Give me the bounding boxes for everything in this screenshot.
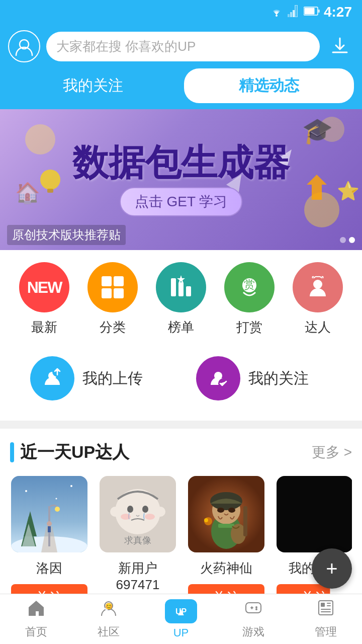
svg-point-52	[121, 514, 131, 520]
download-button[interactable]	[326, 32, 354, 60]
master-avatar-3	[277, 476, 352, 552]
svg-rect-17	[312, 185, 322, 200]
ranking-icon	[156, 262, 206, 312]
user-avatar-button[interactable]	[8, 30, 40, 62]
follow-icon	[196, 356, 240, 400]
svg-rect-78	[321, 603, 325, 607]
svg-text:UP: UP	[175, 607, 187, 616]
svg-point-11	[304, 192, 339, 227]
menu-row-1: NEW 最新 分类	[0, 262, 362, 336]
svg-rect-81	[321, 609, 331, 610]
nav-community[interactable]: 😊 社区	[72, 595, 145, 643]
tab-featured[interactable]: 精选动态	[184, 68, 354, 103]
svg-text:😊: 😊	[105, 602, 113, 610]
banner: 🎓 🏠 ⭐ 数据包生成器 点击 GET 学习 原创技术版块推荐贴	[0, 109, 362, 250]
svg-point-62	[228, 508, 235, 513]
latest-icon: NEW	[19, 262, 69, 312]
section-title: 近一天UP达人	[10, 441, 129, 464]
svg-rect-80	[327, 605, 331, 606]
svg-rect-21	[102, 276, 112, 286]
follow-label: 我的关注	[248, 368, 309, 389]
svg-rect-23	[102, 288, 112, 298]
signal-icon	[288, 5, 300, 19]
home-nav-icon	[27, 599, 45, 621]
svg-rect-65	[243, 506, 247, 536]
svg-point-43	[47, 521, 52, 526]
svg-rect-44	[48, 526, 51, 532]
category-icon	[87, 262, 138, 312]
quick-menu: NEW 最新 分类	[0, 250, 362, 421]
svg-rect-7	[304, 8, 314, 15]
svg-rect-1	[288, 14, 290, 17]
menu-item-master[interactable]: 达人	[288, 262, 348, 336]
tip-icon: 赏	[224, 262, 275, 312]
section-header: 近一天UP达人 更多 >	[10, 441, 352, 464]
master-label: 达人	[305, 318, 331, 336]
nav-manage[interactable]: 管理	[290, 595, 362, 643]
menu-item-tip[interactable]: 赏 打赏	[219, 262, 280, 336]
svg-text:求真像: 求真像	[124, 535, 151, 545]
nav-home-label: 首页	[25, 624, 47, 639]
nav-home[interactable]: 首页	[0, 595, 72, 643]
nav-game[interactable]: 游戏	[217, 595, 290, 643]
section-divider	[0, 421, 362, 429]
my-follow-action[interactable]: 我的关注	[186, 348, 342, 409]
master-name-2: 火药神仙	[200, 559, 252, 577]
svg-rect-4	[295, 5, 297, 17]
svg-rect-2	[290, 12, 292, 17]
menu-item-category[interactable]: 分类	[82, 262, 143, 336]
dot-2	[349, 237, 355, 243]
nav-community-label: 社区	[98, 624, 120, 639]
my-upload-action[interactable]: 我的上传	[20, 348, 176, 409]
svg-text:🏠: 🏠	[15, 181, 40, 205]
svg-rect-24	[114, 288, 124, 298]
svg-point-18	[40, 170, 60, 190]
upload-label: 我的上传	[82, 368, 143, 389]
svg-point-61	[217, 508, 224, 513]
tab-my-follow[interactable]: 我的关注	[8, 68, 178, 103]
master-avatar-0	[11, 476, 87, 552]
fab-plus-icon: +	[326, 557, 337, 580]
svg-point-54	[110, 507, 120, 517]
svg-rect-26	[178, 282, 184, 296]
status-icons: 4:27	[269, 4, 352, 20]
svg-marker-28	[177, 275, 185, 283]
more-link[interactable]: 更多 >	[312, 443, 352, 462]
svg-marker-16	[307, 175, 327, 185]
nav-manage-label: 管理	[315, 624, 337, 639]
svg-point-0	[276, 15, 278, 17]
svg-point-76	[255, 608, 257, 610]
nav-game-label: 游戏	[242, 624, 264, 639]
dot-1	[340, 237, 346, 243]
wifi-icon	[269, 6, 284, 19]
svg-rect-25	[171, 278, 176, 296]
svg-point-55	[155, 507, 165, 517]
section-title-text: 近一天UP达人	[20, 441, 129, 464]
svg-text:⭐: ⭐	[337, 180, 359, 202]
master-avatar-2	[188, 476, 264, 552]
upload-icon	[30, 356, 74, 400]
menu-row-2: 我的上传 我的关注	[0, 336, 362, 413]
category-label: 分类	[100, 318, 126, 336]
svg-point-51	[142, 506, 148, 513]
master-avatar-1: 求真像	[100, 476, 176, 552]
header: 大家都在搜 你喜欢的UP	[0, 24, 362, 68]
fab-button[interactable]: +	[312, 548, 352, 589]
banner-content: 数据包生成器 点击 GET 学习	[72, 143, 290, 216]
svg-rect-79	[327, 603, 331, 604]
svg-rect-27	[186, 286, 191, 296]
status-bar: 4:27	[0, 0, 362, 24]
menu-item-latest[interactable]: NEW 最新	[14, 262, 74, 336]
svg-point-9	[25, 124, 55, 154]
nav-up[interactable]: ▲ UP UP	[145, 595, 217, 643]
svg-point-47	[56, 498, 57, 500]
svg-point-53	[145, 514, 155, 520]
svg-rect-6	[318, 10, 320, 13]
master-icon	[293, 262, 343, 312]
menu-item-ranking[interactable]: 榜单	[151, 262, 211, 336]
svg-rect-77	[319, 601, 333, 615]
banner-subtitle: 点击 GET 学习	[120, 187, 243, 216]
search-bar[interactable]: 大家都在搜 你喜欢的UP	[46, 32, 320, 61]
tip-label: 打赏	[236, 318, 262, 336]
svg-point-75	[255, 606, 257, 608]
